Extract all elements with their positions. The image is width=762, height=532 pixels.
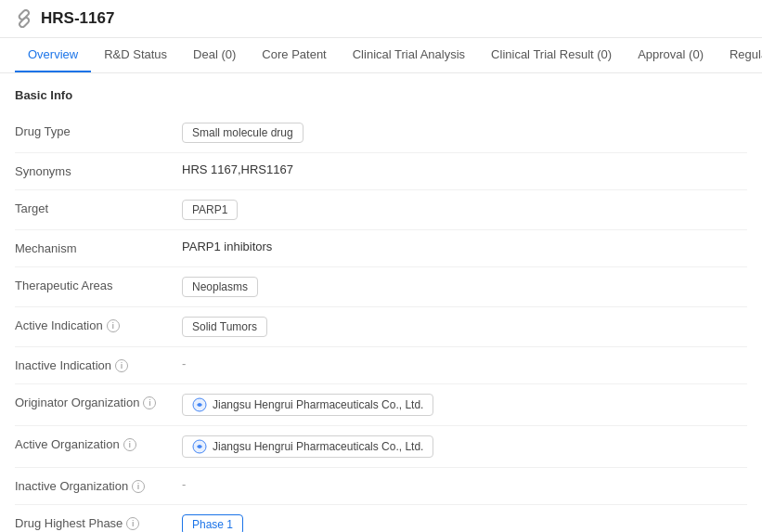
- label-originator-organization: Originator Organization i: [15, 394, 182, 409]
- row-active-organization: Active Organization i Jiangsu Hengrui Ph…: [15, 426, 747, 468]
- link-icon: [15, 9, 33, 28]
- value-synonyms: HRS 1167,HRS1167: [182, 162, 747, 176]
- info-icon-drug-phase: i: [126, 517, 139, 530]
- label-therapeutic-areas: Therapeutic Areas: [15, 277, 182, 292]
- text-synonyms: HRS 1167,HRS1167: [182, 162, 293, 176]
- label-target: Target: [15, 200, 182, 215]
- dash-inactive-org: -: [182, 477, 186, 491]
- tag-therapeutic-areas: Neoplasms: [182, 277, 258, 297]
- row-synonyms: Synonyms HRS 1167,HRS1167: [15, 153, 747, 190]
- label-mechanism: Mechanism: [15, 240, 182, 255]
- tag-drug-type: Small molecule drug: [182, 123, 304, 143]
- info-icon-active-indication: i: [107, 319, 120, 332]
- label-inactive-organization: Inactive Organization i: [15, 477, 182, 493]
- label-inactive-indication: Inactive Indication i: [15, 357, 182, 372]
- org-logo-icon-2: [192, 439, 207, 454]
- row-inactive-indication: Inactive Indication i -: [15, 347, 747, 384]
- dash-inactive-indication: -: [182, 357, 186, 370]
- value-originator-organization: Jiangsu Hengrui Pharmaceuticals Co., Ltd…: [182, 394, 747, 416]
- label-drug-type: Drug Type: [15, 123, 182, 138]
- tag-target: PARP1: [182, 200, 238, 220]
- tab-rd-status[interactable]: R&D Status: [91, 38, 180, 72]
- tab-clinical-trial-result[interactable]: Clinical Trial Result (0): [478, 38, 625, 72]
- row-target: Target PARP1: [15, 190, 747, 230]
- row-mechanism: Mechanism PARP1 inhibitors: [15, 230, 747, 267]
- text-mechanism: PARP1 inhibitors: [182, 240, 272, 253]
- tab-clinical-trial-analysis[interactable]: Clinical Trial Analysis: [340, 38, 478, 72]
- row-therapeutic-areas: Therapeutic Areas Neoplasms: [15, 267, 747, 307]
- info-icon-originator-org: i: [143, 396, 156, 409]
- row-originator-organization: Originator Organization i Jiangsu Hengru…: [15, 384, 747, 426]
- value-drug-type: Small molecule drug: [182, 123, 747, 143]
- info-icon-active-org: i: [123, 438, 136, 451]
- value-active-indication: Solid Tumors: [182, 317, 747, 337]
- tag-originator-org[interactable]: Jiangsu Hengrui Pharmaceuticals Co., Ltd…: [182, 394, 433, 416]
- section-basic-info-title: Basic Info: [15, 88, 747, 102]
- value-target: PARP1: [182, 200, 747, 220]
- label-drug-highest-phase: Drug Highest Phase i: [15, 514, 182, 530]
- label-active-indication: Active Indication i: [15, 317, 182, 332]
- value-inactive-organization: -: [182, 477, 747, 491]
- page-header: HRS-1167: [0, 0, 762, 38]
- row-inactive-organization: Inactive Organization i -: [15, 468, 747, 505]
- row-drug-highest-phase: Drug Highest Phase i Phase 1: [15, 505, 747, 532]
- tab-overview[interactable]: Overview: [15, 38, 91, 72]
- value-mechanism: PARP1 inhibitors: [182, 240, 747, 253]
- label-synonyms: Synonyms: [15, 162, 182, 178]
- value-drug-highest-phase: Phase 1: [182, 514, 747, 532]
- tab-approval[interactable]: Approval (0): [625, 38, 717, 72]
- tag-active-org[interactable]: Jiangsu Hengrui Pharmaceuticals Co., Ltd…: [182, 435, 433, 458]
- row-active-indication: Active Indication i Solid Tumors: [15, 307, 747, 347]
- tag-drug-highest-phase: Phase 1: [182, 514, 243, 532]
- value-active-organization: Jiangsu Hengrui Pharmaceuticals Co., Ltd…: [182, 435, 747, 458]
- row-drug-type: Drug Type Small molecule drug: [15, 113, 747, 153]
- label-active-organization: Active Organization i: [15, 435, 182, 451]
- value-therapeutic-areas: Neoplasms: [182, 277, 747, 297]
- tab-regulation[interactable]: Regulation (0): [717, 38, 762, 72]
- tag-active-indication: Solid Tumors: [182, 317, 267, 337]
- info-icon-inactive-indication: i: [115, 359, 128, 372]
- content-area: Basic Info Drug Type Small molecule drug…: [0, 73, 762, 532]
- tab-core-patent[interactable]: Core Patent: [249, 38, 339, 72]
- value-inactive-indication: -: [182, 357, 747, 370]
- page-title: HRS-1167: [41, 9, 114, 28]
- nav-tabs: Overview R&D Status Deal (0) Core Patent…: [0, 38, 762, 73]
- info-icon-inactive-org: i: [132, 480, 145, 493]
- org-logo-icon: [192, 397, 207, 412]
- tab-deal[interactable]: Deal (0): [180, 38, 249, 72]
